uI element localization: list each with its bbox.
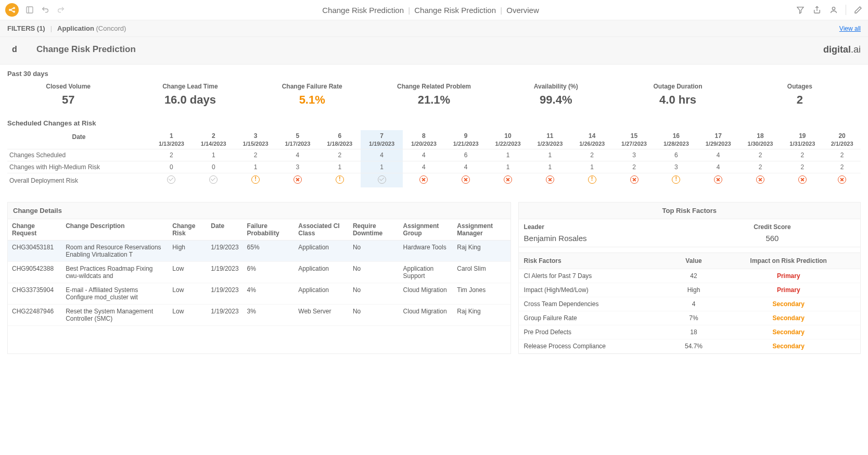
factor-value: 54.7%	[671, 339, 717, 353]
cell-value: 3	[276, 161, 318, 173]
date-column-header[interactable]: 171/29/2023	[697, 130, 739, 149]
x-circle-icon	[504, 175, 512, 184]
cell-value: 2	[739, 161, 782, 173]
cell-value: 2	[150, 149, 193, 161]
app-logo-icon[interactable]	[5, 3, 19, 17]
details-col-header[interactable]: Require Downtime	[349, 219, 399, 241]
date-column-header[interactable]: 181/30/2023	[739, 130, 782, 149]
breadcrumb-part[interactable]: Overview	[506, 6, 539, 15]
details-col-header[interactable]: Date	[207, 219, 242, 241]
factor-value: 18	[671, 325, 717, 339]
breadcrumb-part[interactable]: Change Risk Prediction	[414, 6, 496, 15]
details-col-header[interactable]: Associated CI Class	[294, 219, 349, 241]
date-column-header[interactable]: 61/18/2023	[318, 130, 361, 149]
risk-cell	[613, 173, 655, 188]
svg-line-4	[10, 10, 14, 12]
day-number: 17	[698, 132, 738, 140]
kpi-card: Outages 2	[739, 81, 861, 109]
cell-value: 2	[235, 149, 277, 161]
risk-cell	[739, 173, 782, 188]
check-circle-icon	[209, 175, 218, 184]
date-column-header[interactable]: 81/20/2023	[403, 130, 445, 149]
day-date: 1/26/2023	[572, 141, 612, 147]
change-details-row[interactable]: CHG22487946Reset the System Management C…	[8, 305, 510, 326]
factor-impact: Secondary	[717, 339, 861, 353]
details-cell: No	[349, 283, 399, 305]
details-col-header[interactable]: Failure Probability	[243, 219, 295, 241]
cell-value: 2	[318, 149, 361, 161]
svg-marker-7	[797, 7, 803, 14]
date-column-header[interactable]: 11/13/2023	[150, 130, 193, 149]
cell-value: 1	[193, 149, 235, 161]
breadcrumb-part[interactable]: Change Risk Prediction	[322, 6, 404, 15]
details-col-header[interactable]: Change Request	[8, 219, 61, 241]
details-col-header[interactable]: Assignment Manager	[453, 219, 510, 241]
redo-icon[interactable]	[56, 5, 66, 15]
panel-icon[interactable]	[25, 5, 34, 15]
day-number: 15	[614, 132, 654, 140]
change-details-row[interactable]: CHG30453181Room and Resource Reservation…	[8, 241, 510, 262]
change-details-row[interactable]: CHG90542388Best Practices Roadmap Fixing…	[8, 262, 510, 283]
filters-label[interactable]: FILTERS (1)	[7, 24, 45, 32]
date-column-header[interactable]: 101/22/2023	[487, 130, 529, 149]
date-column-header[interactable]: 191/31/2023	[781, 130, 823, 149]
risk-factor-row: CI Alerts for Past 7 Days 42 Primary	[519, 269, 860, 283]
date-column-header[interactable]: 141/26/2023	[571, 130, 613, 149]
kpi-label: Closed Volume	[7, 83, 129, 90]
day-number: 1	[151, 132, 192, 140]
scheduled-row: Changes with High-Medium Risk00131144111…	[7, 161, 861, 173]
date-column-header[interactable]: 71/19/2023	[361, 130, 403, 149]
kpi-card: Closed Volume 57	[7, 81, 129, 109]
day-number: 7	[362, 132, 402, 140]
date-column-header[interactable]: 21/14/2023	[193, 130, 235, 149]
change-details-title: Change Details	[8, 203, 510, 219]
cell-value: 1	[318, 161, 361, 173]
share-icon[interactable]	[812, 5, 822, 15]
kpi-value: 16.0 days	[129, 93, 251, 107]
kpi-row: Closed Volume 57Change Lead Time 16.0 da…	[7, 81, 861, 109]
details-col-header[interactable]: Change Description	[61, 219, 168, 241]
cell-value: 2	[823, 149, 861, 161]
date-column-header[interactable]: 161/28/2023	[655, 130, 697, 149]
cell-value: 4	[403, 161, 445, 173]
risk-cell	[571, 173, 613, 188]
kpi-section: Past 30 days Closed Volume 57Change Lead…	[0, 65, 868, 114]
change-details-row[interactable]: CHG33735904E-mail - Affiliated Systems C…	[8, 283, 510, 305]
date-column-header[interactable]: 31/15/2023	[235, 130, 277, 149]
day-date: 1/22/2023	[488, 141, 528, 147]
date-column-header[interactable]: 111/23/2023	[529, 130, 571, 149]
warning-circle-icon	[251, 175, 260, 184]
day-number: 18	[741, 132, 781, 140]
scheduled-row: Changes Scheduled21242446112364222	[7, 149, 861, 161]
kpi-card: Outage Duration 4.0 hrs	[617, 81, 738, 109]
cell-value: 1	[487, 161, 529, 173]
details-col-header[interactable]: Change Risk	[168, 219, 207, 241]
user-icon[interactable]	[829, 5, 838, 15]
risk-cell	[276, 173, 318, 188]
factor-value: 7%	[671, 311, 717, 325]
factor-value: High	[671, 283, 717, 297]
details-cell: Application	[294, 241, 349, 262]
day-date: 1/21/2023	[446, 141, 486, 147]
scheduled-table: Date11/13/202321/14/202331/15/202351/17/…	[7, 130, 861, 187]
date-column-header[interactable]: 51/17/2023	[276, 130, 318, 149]
risk-factor-row: Pre Prod Defects 18 Secondary	[519, 325, 860, 339]
date-column-header[interactable]: 202/1/2023	[823, 130, 861, 149]
date-column-header[interactable]: 151/27/2023	[613, 130, 655, 149]
factor-value: 42	[671, 269, 717, 283]
kpi-value: 4.0 hrs	[617, 93, 738, 107]
filter-chip-name[interactable]: Application	[57, 24, 94, 32]
filter-icon[interactable]	[796, 5, 805, 15]
day-date: 1/14/2023	[194, 141, 234, 147]
view-all-link[interactable]: View all	[839, 25, 861, 32]
details-col-header[interactable]: Assignment Group	[399, 219, 453, 241]
details-cell: No	[349, 262, 399, 283]
top-risk-header: Leader Benjamin Rosales Credit Score 560	[519, 219, 860, 247]
svg-point-1	[14, 7, 15, 8]
undo-icon[interactable]	[41, 5, 50, 15]
date-column-header[interactable]: 91/21/2023	[445, 130, 487, 149]
edit-icon[interactable]	[853, 5, 863, 15]
day-date: 2/1/2023	[824, 141, 860, 147]
row-label: Changes Scheduled	[7, 149, 150, 161]
day-number: 11	[530, 132, 570, 140]
